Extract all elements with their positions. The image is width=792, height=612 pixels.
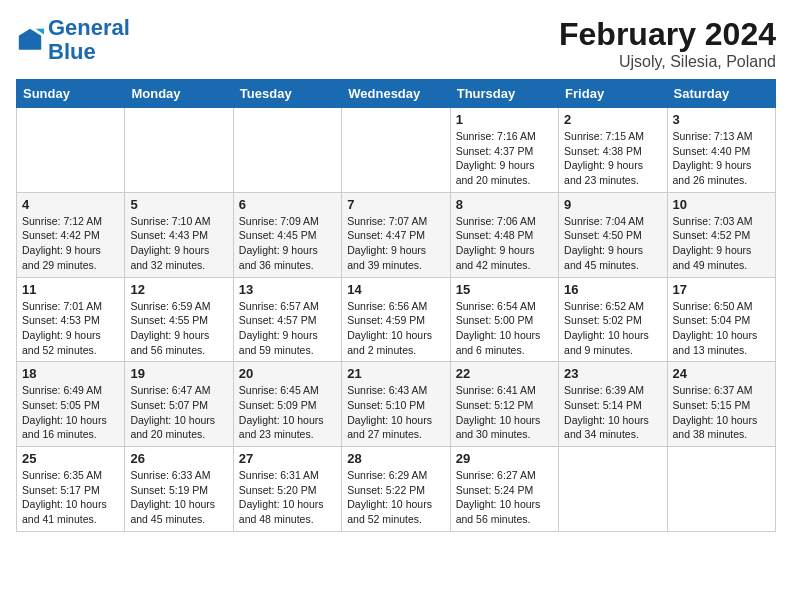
calendar-cell: 26Sunrise: 6:33 AM Sunset: 5:19 PM Dayli… bbox=[125, 447, 233, 532]
day-number: 19 bbox=[130, 366, 227, 381]
day-number: 20 bbox=[239, 366, 336, 381]
day-info: Sunrise: 6:49 AM Sunset: 5:05 PM Dayligh… bbox=[22, 383, 119, 442]
day-number: 10 bbox=[673, 197, 770, 212]
calendar-cell: 20Sunrise: 6:45 AM Sunset: 5:09 PM Dayli… bbox=[233, 362, 341, 447]
day-info: Sunrise: 7:07 AM Sunset: 4:47 PM Dayligh… bbox=[347, 214, 444, 273]
calendar-body: 1Sunrise: 7:16 AM Sunset: 4:37 PM Daylig… bbox=[17, 108, 776, 532]
day-number: 2 bbox=[564, 112, 661, 127]
page-header: GeneralBlue February 2024 Ujsoly, Silesi… bbox=[16, 16, 776, 71]
logo-text: GeneralBlue bbox=[48, 16, 130, 64]
day-info: Sunrise: 6:54 AM Sunset: 5:00 PM Dayligh… bbox=[456, 299, 553, 358]
day-number: 5 bbox=[130, 197, 227, 212]
day-number: 4 bbox=[22, 197, 119, 212]
day-info: Sunrise: 7:12 AM Sunset: 4:42 PM Dayligh… bbox=[22, 214, 119, 273]
calendar-week-row: 18Sunrise: 6:49 AM Sunset: 5:05 PM Dayli… bbox=[17, 362, 776, 447]
day-info: Sunrise: 6:41 AM Sunset: 5:12 PM Dayligh… bbox=[456, 383, 553, 442]
calendar-cell: 7Sunrise: 7:07 AM Sunset: 4:47 PM Daylig… bbox=[342, 192, 450, 277]
day-number: 8 bbox=[456, 197, 553, 212]
calendar-cell: 28Sunrise: 6:29 AM Sunset: 5:22 PM Dayli… bbox=[342, 447, 450, 532]
day-number: 14 bbox=[347, 282, 444, 297]
day-info: Sunrise: 6:50 AM Sunset: 5:04 PM Dayligh… bbox=[673, 299, 770, 358]
title-block: February 2024 Ujsoly, Silesia, Poland bbox=[559, 16, 776, 71]
day-number: 22 bbox=[456, 366, 553, 381]
day-number: 26 bbox=[130, 451, 227, 466]
calendar-cell: 16Sunrise: 6:52 AM Sunset: 5:02 PM Dayli… bbox=[559, 277, 667, 362]
calendar-cell: 25Sunrise: 6:35 AM Sunset: 5:17 PM Dayli… bbox=[17, 447, 125, 532]
svg-marker-0 bbox=[19, 29, 41, 50]
day-info: Sunrise: 7:13 AM Sunset: 4:40 PM Dayligh… bbox=[673, 129, 770, 188]
day-number: 21 bbox=[347, 366, 444, 381]
calendar-cell: 12Sunrise: 6:59 AM Sunset: 4:55 PM Dayli… bbox=[125, 277, 233, 362]
day-info: Sunrise: 6:31 AM Sunset: 5:20 PM Dayligh… bbox=[239, 468, 336, 527]
day-number: 28 bbox=[347, 451, 444, 466]
day-info: Sunrise: 6:35 AM Sunset: 5:17 PM Dayligh… bbox=[22, 468, 119, 527]
day-number: 12 bbox=[130, 282, 227, 297]
calendar-cell bbox=[559, 447, 667, 532]
day-info: Sunrise: 7:03 AM Sunset: 4:52 PM Dayligh… bbox=[673, 214, 770, 273]
day-info: Sunrise: 6:57 AM Sunset: 4:57 PM Dayligh… bbox=[239, 299, 336, 358]
day-info: Sunrise: 6:45 AM Sunset: 5:09 PM Dayligh… bbox=[239, 383, 336, 442]
day-number: 9 bbox=[564, 197, 661, 212]
calendar-cell: 15Sunrise: 6:54 AM Sunset: 5:00 PM Dayli… bbox=[450, 277, 558, 362]
calendar-week-row: 25Sunrise: 6:35 AM Sunset: 5:17 PM Dayli… bbox=[17, 447, 776, 532]
day-info: Sunrise: 6:56 AM Sunset: 4:59 PM Dayligh… bbox=[347, 299, 444, 358]
day-info: Sunrise: 6:47 AM Sunset: 5:07 PM Dayligh… bbox=[130, 383, 227, 442]
weekday-header-cell: Saturday bbox=[667, 80, 775, 108]
day-info: Sunrise: 6:52 AM Sunset: 5:02 PM Dayligh… bbox=[564, 299, 661, 358]
calendar-cell bbox=[667, 447, 775, 532]
day-number: 3 bbox=[673, 112, 770, 127]
day-number: 1 bbox=[456, 112, 553, 127]
day-number: 23 bbox=[564, 366, 661, 381]
calendar-cell: 4Sunrise: 7:12 AM Sunset: 4:42 PM Daylig… bbox=[17, 192, 125, 277]
day-number: 7 bbox=[347, 197, 444, 212]
calendar-cell: 11Sunrise: 7:01 AM Sunset: 4:53 PM Dayli… bbox=[17, 277, 125, 362]
day-info: Sunrise: 7:01 AM Sunset: 4:53 PM Dayligh… bbox=[22, 299, 119, 358]
calendar-cell: 18Sunrise: 6:49 AM Sunset: 5:05 PM Dayli… bbox=[17, 362, 125, 447]
day-number: 13 bbox=[239, 282, 336, 297]
day-info: Sunrise: 7:16 AM Sunset: 4:37 PM Dayligh… bbox=[456, 129, 553, 188]
weekday-header-cell: Friday bbox=[559, 80, 667, 108]
calendar-cell bbox=[342, 108, 450, 193]
weekday-header-cell: Sunday bbox=[17, 80, 125, 108]
calendar-cell: 24Sunrise: 6:37 AM Sunset: 5:15 PM Dayli… bbox=[667, 362, 775, 447]
calendar-cell: 29Sunrise: 6:27 AM Sunset: 5:24 PM Dayli… bbox=[450, 447, 558, 532]
day-info: Sunrise: 7:04 AM Sunset: 4:50 PM Dayligh… bbox=[564, 214, 661, 273]
calendar-subtitle: Ujsoly, Silesia, Poland bbox=[559, 53, 776, 71]
day-info: Sunrise: 6:59 AM Sunset: 4:55 PM Dayligh… bbox=[130, 299, 227, 358]
weekday-header-cell: Tuesday bbox=[233, 80, 341, 108]
calendar-cell: 22Sunrise: 6:41 AM Sunset: 5:12 PM Dayli… bbox=[450, 362, 558, 447]
calendar-cell: 21Sunrise: 6:43 AM Sunset: 5:10 PM Dayli… bbox=[342, 362, 450, 447]
day-info: Sunrise: 6:43 AM Sunset: 5:10 PM Dayligh… bbox=[347, 383, 444, 442]
weekday-header-row: SundayMondayTuesdayWednesdayThursdayFrid… bbox=[17, 80, 776, 108]
calendar-cell: 14Sunrise: 6:56 AM Sunset: 4:59 PM Dayli… bbox=[342, 277, 450, 362]
calendar-table: SundayMondayTuesdayWednesdayThursdayFrid… bbox=[16, 79, 776, 532]
calendar-cell: 23Sunrise: 6:39 AM Sunset: 5:14 PM Dayli… bbox=[559, 362, 667, 447]
day-number: 25 bbox=[22, 451, 119, 466]
day-info: Sunrise: 7:10 AM Sunset: 4:43 PM Dayligh… bbox=[130, 214, 227, 273]
day-number: 6 bbox=[239, 197, 336, 212]
day-number: 27 bbox=[239, 451, 336, 466]
logo: GeneralBlue bbox=[16, 16, 130, 64]
calendar-week-row: 11Sunrise: 7:01 AM Sunset: 4:53 PM Dayli… bbox=[17, 277, 776, 362]
calendar-cell bbox=[17, 108, 125, 193]
calendar-cell: 1Sunrise: 7:16 AM Sunset: 4:37 PM Daylig… bbox=[450, 108, 558, 193]
weekday-header-cell: Thursday bbox=[450, 80, 558, 108]
day-number: 17 bbox=[673, 282, 770, 297]
weekday-header-cell: Wednesday bbox=[342, 80, 450, 108]
calendar-title: February 2024 bbox=[559, 16, 776, 53]
calendar-cell bbox=[233, 108, 341, 193]
calendar-cell: 27Sunrise: 6:31 AM Sunset: 5:20 PM Dayli… bbox=[233, 447, 341, 532]
calendar-cell: 19Sunrise: 6:47 AM Sunset: 5:07 PM Dayli… bbox=[125, 362, 233, 447]
day-info: Sunrise: 7:06 AM Sunset: 4:48 PM Dayligh… bbox=[456, 214, 553, 273]
calendar-cell: 2Sunrise: 7:15 AM Sunset: 4:38 PM Daylig… bbox=[559, 108, 667, 193]
calendar-cell: 6Sunrise: 7:09 AM Sunset: 4:45 PM Daylig… bbox=[233, 192, 341, 277]
day-number: 29 bbox=[456, 451, 553, 466]
day-number: 15 bbox=[456, 282, 553, 297]
calendar-cell: 10Sunrise: 7:03 AM Sunset: 4:52 PM Dayli… bbox=[667, 192, 775, 277]
calendar-cell: 8Sunrise: 7:06 AM Sunset: 4:48 PM Daylig… bbox=[450, 192, 558, 277]
day-info: Sunrise: 6:37 AM Sunset: 5:15 PM Dayligh… bbox=[673, 383, 770, 442]
day-number: 16 bbox=[564, 282, 661, 297]
calendar-cell: 5Sunrise: 7:10 AM Sunset: 4:43 PM Daylig… bbox=[125, 192, 233, 277]
day-info: Sunrise: 6:27 AM Sunset: 5:24 PM Dayligh… bbox=[456, 468, 553, 527]
day-number: 24 bbox=[673, 366, 770, 381]
